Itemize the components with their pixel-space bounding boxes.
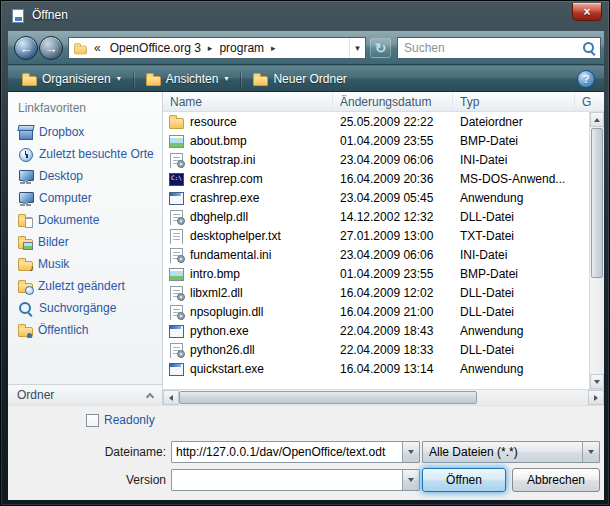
file-date-cell: 01.04.2009 23:55 [333, 267, 453, 281]
breadcrumb-item-openoffice[interactable]: OpenOffice.org 3 [105, 38, 206, 58]
chevron-up-icon [146, 392, 154, 400]
breadcrumb-separator-icon[interactable]: ▸ [269, 38, 278, 58]
file-date-cell: 23.04.2009 05:45 [333, 191, 453, 205]
table-row[interactable]: python26.dll 22.04.2009 18:33 DLL-Datei [163, 340, 589, 359]
filetype-combobox[interactable]: Alle Dateien (*.*) [422, 441, 600, 463]
sidebar-item[interactable]: Dokumente [8, 209, 162, 231]
sidebar-item[interactable]: Computer [8, 187, 162, 209]
forward-button[interactable]: → [39, 36, 63, 60]
navigation-bar: ← → « OpenOffice.org 3 ▸ program ▸ ▾ ↻ [8, 31, 604, 65]
sidebar-item[interactable]: Musik [8, 253, 162, 275]
sidebar-item[interactable]: Dropbox [8, 121, 162, 143]
sidebar-item[interactable]: Desktop [8, 165, 162, 187]
file-icon [168, 266, 185, 282]
table-row[interactable]: intro.bmp 01.04.2009 23:55 BMP-Datei [163, 264, 589, 283]
sidebar-item-label: Öffentlich [38, 323, 88, 337]
back-button[interactable]: ← [14, 36, 38, 60]
column-header-type[interactable]: Typ [453, 92, 575, 111]
new-folder-label: Neuer Ordner [273, 72, 346, 86]
table-row[interactable]: python.exe 22.04.2009 18:43 Anwendung [163, 321, 589, 340]
table-row[interactable]: desktophelper.txt 27.01.2009 13:00 TXT-D… [163, 226, 589, 245]
cancel-button[interactable]: Abbrechen [512, 468, 600, 492]
folder-icon [22, 76, 37, 86]
table-row[interactable]: about.bmp 01.04.2009 23:55 BMP-Datei [163, 131, 589, 150]
table-row[interactable]: libxml2.dll 16.04.2009 12:02 DLL-Datei [163, 283, 589, 302]
table-row[interactable]: quickstart.exe 16.04.2009 13:14 Anwendun… [163, 359, 589, 378]
file-name: crashrep.com [190, 172, 263, 186]
breadcrumb-dropdown-button[interactable]: ▾ [349, 38, 365, 58]
table-row[interactable]: resource 25.05.2009 22:22 Dateiordner [163, 112, 589, 131]
table-row[interactable]: crashrep.exe 23.04.2009 05:45 Anwendung [163, 188, 589, 207]
sidebar-item[interactable]: Bilder [8, 231, 162, 253]
breadcrumb-item-program[interactable]: program [214, 38, 269, 58]
triangle-down-icon [594, 380, 600, 384]
version-combobox[interactable] [171, 469, 420, 491]
file-name-cell: python26.dll [163, 342, 333, 358]
sidebar-item-icon [18, 327, 33, 337]
views-button[interactable]: Ansichten ▾ [137, 69, 238, 89]
file-type-cell: Anwendung [453, 191, 575, 205]
help-button[interactable]: ? [577, 70, 595, 88]
table-row[interactable]: npsoplugin.dll 16.04.2009 21:00 DLL-Date… [163, 302, 589, 321]
version-label: Version [64, 473, 166, 487]
file-name-cell: crashrep.com [163, 171, 333, 187]
sidebar-item-label: Desktop [39, 169, 83, 183]
readonly-checkbox[interactable] [86, 414, 99, 427]
breadcrumb-overflow-button[interactable]: « [90, 38, 105, 58]
horizontal-scroll-thumb[interactable] [179, 391, 477, 404]
filetype-dropdown-button[interactable] [582, 442, 599, 462]
close-button[interactable]: × [572, 3, 602, 21]
column-header-date[interactable]: Änderungsdatum [333, 92, 453, 111]
scroll-left-button[interactable] [163, 390, 179, 405]
file-date-cell: 23.04.2009 06:06 [333, 248, 453, 262]
vertical-scroll-thumb[interactable] [591, 128, 603, 278]
scroll-up-button[interactable] [590, 112, 604, 127]
sidebar-item[interactable]: Öffentlich [8, 319, 162, 341]
readonly-label[interactable]: Readonly [104, 413, 155, 427]
file-icon [168, 361, 185, 377]
breadcrumb: « OpenOffice.org 3 ▸ program ▸ ▾ [68, 37, 366, 59]
column-header-name[interactable]: Name [163, 92, 333, 111]
file-name-cell: quickstart.exe [163, 361, 333, 377]
toolbar: Organisieren ▾ Ansichten ▾ Neuer Ordner … [8, 65, 604, 92]
filename-dropdown-button[interactable] [402, 442, 419, 462]
file-name-cell: desktophelper.txt [163, 228, 333, 244]
organize-button[interactable]: Organisieren ▾ [13, 69, 130, 89]
readonly-row: Readonly [86, 413, 155, 427]
favorites-list: Dropbox Zuletzt besuchte Orte Desktop [8, 121, 162, 341]
search-icon[interactable] [581, 40, 597, 56]
scroll-down-button[interactable] [590, 374, 604, 389]
version-dropdown-button[interactable] [402, 470, 419, 490]
file-name-cell: intro.bmp [163, 266, 333, 282]
file-type-cell: Anwendung [453, 362, 575, 376]
file-name: python26.dll [190, 343, 255, 357]
breadcrumb-separator-icon[interactable]: ▸ [206, 38, 215, 58]
scroll-right-button[interactable] [588, 390, 604, 405]
sidebar-item-icon [18, 239, 33, 249]
folders-expander[interactable]: Ordner [8, 384, 162, 405]
sidebar-item[interactable]: Suchvorgänge [8, 297, 162, 319]
file-name: intro.bmp [190, 267, 240, 281]
sidebar-item-icon [18, 283, 33, 293]
file-type-cell: INI-Datei [453, 153, 575, 167]
vertical-scrollbar[interactable] [589, 112, 604, 389]
file-type-cell: DLL-Datei [453, 343, 575, 357]
horizontal-scrollbar[interactable] [163, 389, 604, 405]
table-row[interactable]: bootstrap.ini 23.04.2009 06:06 INI-Datei [163, 150, 589, 169]
file-name: desktophelper.txt [190, 229, 281, 243]
sidebar-item[interactable]: Zuletzt geändert [8, 275, 162, 297]
table-row[interactable]: fundamental.ini 23.04.2009 06:06 INI-Dat… [163, 245, 589, 264]
sidebar-item[interactable]: Zuletzt besuchte Orte [8, 143, 162, 165]
column-header-size[interactable]: G [575, 92, 604, 111]
sidebar-item-icon [18, 301, 34, 316]
chevron-down-icon: ▾ [117, 74, 121, 83]
table-row[interactable]: dbghelp.dll 14.12.2002 12:32 DLL-Datei [163, 207, 589, 226]
refresh-button[interactable]: ↻ [370, 38, 391, 58]
filename-input[interactable] [172, 442, 402, 462]
open-button[interactable]: Öffnen [422, 468, 506, 492]
table-row[interactable]: crashrep.com 16.04.2009 20:36 MS-DOS-Anw… [163, 169, 589, 188]
search-input[interactable] [398, 41, 581, 55]
titlebar[interactable]: Öffnen × [1, 1, 609, 31]
new-folder-button[interactable]: Neuer Ordner [244, 69, 355, 89]
sidebar: Linkfavoriten Dropbox Zuletzt besuchte O… [8, 92, 163, 405]
